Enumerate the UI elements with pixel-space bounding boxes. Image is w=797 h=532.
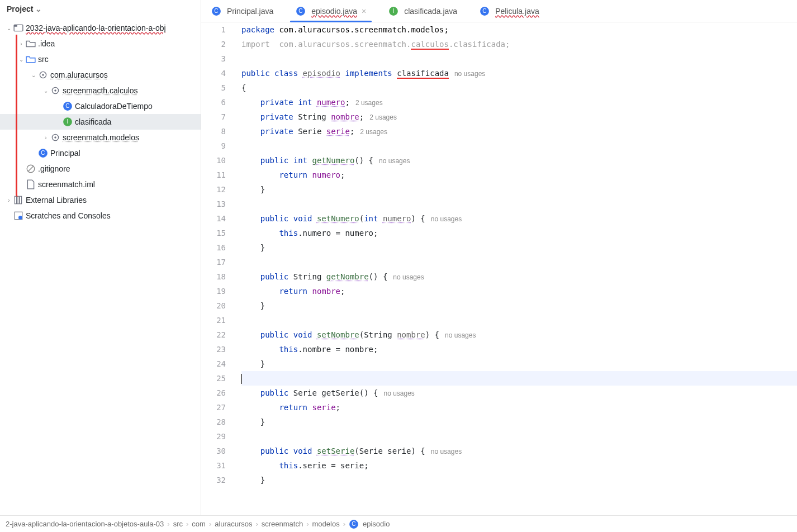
- svg-rect-1: [14, 25, 17, 26]
- svg-text:C: C: [299, 8, 303, 14]
- chevron-down-icon: ⌄: [35, 4, 42, 13]
- line-number: 9: [201, 139, 226, 153]
- chevron-right-icon: ›: [306, 520, 309, 528]
- line-number: 20: [201, 298, 226, 313]
- class-icon: C: [296, 6, 306, 16]
- package-icon: [50, 132, 60, 142]
- svg-point-5: [54, 89, 56, 91]
- breadcrumb-item[interactable]: aluracursos: [215, 520, 252, 528]
- tree-item[interactable]: ›screenmatch.modelos: [0, 130, 201, 145]
- tree-item-label: Principal: [50, 149, 80, 158]
- chevron-right-icon: ›: [209, 520, 211, 528]
- folder-icon: [26, 39, 36, 49]
- chevron-right-icon: ›: [343, 520, 345, 528]
- breadcrumb-item[interactable]: modelos: [312, 520, 340, 528]
- breadcrumb[interactable]: 2-java-aplicando-la-orientacion-a-objeto…: [0, 515, 797, 532]
- tree-item[interactable]: CPrincipal: [0, 145, 201, 161]
- module-icon: [13, 23, 23, 33]
- svg-point-20: [18, 216, 22, 220]
- line-number: 11: [201, 168, 226, 182]
- line-number: 18: [201, 269, 226, 284]
- line-number: 13: [201, 197, 226, 211]
- line-number: 25: [201, 371, 226, 386]
- tree-item-label: External Libraries: [26, 196, 87, 205]
- line-number: 2: [201, 37, 226, 51]
- line-gutter: 1234567891011121314151617181920212223242…: [201, 22, 235, 515]
- tree-item[interactable]: ›External Libraries: [0, 192, 201, 208]
- svg-rect-16: [15, 196, 16, 204]
- tree-item[interactable]: ⌄src: [0, 51, 201, 67]
- project-sidebar: Project ⌄ ⌄2032-java-aplicando-la-orient…: [0, 0, 201, 515]
- svg-rect-17: [17, 196, 19, 204]
- folder-src-icon: [26, 54, 36, 64]
- chevron-down-icon[interactable]: ⌄: [17, 56, 26, 63]
- svg-text:C: C: [482, 8, 486, 14]
- svg-point-11: [54, 136, 56, 138]
- line-number: 22: [201, 327, 226, 342]
- line-number: 7: [201, 110, 226, 124]
- tree-item-label: com.aluracursos: [50, 70, 108, 79]
- chevron-right-icon[interactable]: ›: [41, 135, 50, 141]
- tree-item[interactable]: CCalculadoraDeTiempo: [0, 98, 201, 114]
- close-icon[interactable]: ×: [362, 7, 366, 16]
- svg-text:I: I: [67, 118, 69, 125]
- tree-item[interactable]: screenmatch.iml: [0, 177, 201, 192]
- line-number: 23: [201, 342, 226, 357]
- ignore-icon: [26, 164, 36, 174]
- svg-text:I: I: [393, 8, 395, 14]
- chevron-right-icon[interactable]: ›: [17, 41, 26, 47]
- tree-item[interactable]: .gitignore: [0, 161, 201, 177]
- svg-text:C: C: [214, 8, 218, 14]
- package-icon: [50, 86, 60, 96]
- tree-item[interactable]: ⌄2032-java-aplicando-la-orientacion-a-ob…: [0, 20, 201, 36]
- editor-tab[interactable]: Iclasificada.java: [385, 0, 461, 22]
- tree-item[interactable]: Scratches and Consoles: [0, 208, 201, 224]
- chevron-down-icon[interactable]: ⌄: [41, 88, 50, 94]
- line-number: 1: [201, 22, 226, 37]
- tree-item-label: clasificada: [75, 117, 111, 126]
- breadcrumb-item[interactable]: src: [173, 520, 183, 528]
- editor-area: CPrincipal.javaCepisodio.java×Iclasifica…: [201, 0, 797, 515]
- editor-tabs: CPrincipal.javaCepisodio.java×Iclasifica…: [201, 0, 797, 22]
- code-content[interactable]: package com.aluracursos.screenmatch.mode…: [235, 22, 797, 515]
- file-icon: [26, 179, 36, 189]
- sidebar-header[interactable]: Project ⌄: [0, 0, 201, 18]
- line-number: 8: [201, 124, 226, 139]
- editor-tab[interactable]: Cepisodio.java×: [292, 0, 369, 22]
- chevron-down-icon[interactable]: ⌄: [4, 25, 13, 31]
- breadcrumb-item[interactable]: com: [192, 520, 206, 528]
- line-number: 19: [201, 284, 226, 298]
- line-number: 17: [201, 255, 226, 269]
- line-number: 29: [201, 429, 226, 444]
- breadcrumb-item[interactable]: screenmatch: [262, 520, 303, 528]
- line-number: 12: [201, 182, 226, 197]
- editor-body[interactable]: 1234567891011121314151617181920212223242…: [201, 22, 797, 515]
- line-number: 32: [201, 473, 226, 487]
- tab-label: episodio.java: [311, 7, 357, 16]
- line-number: 21: [201, 313, 226, 327]
- interface-icon: I: [63, 117, 73, 127]
- tab-label: clasificada.java: [404, 7, 457, 16]
- chevron-down-icon[interactable]: ⌄: [29, 72, 38, 78]
- breadcrumb-item[interactable]: 2-java-aplicando-la-orientacion-a-objeto…: [6, 520, 164, 528]
- tab-label: Principal.java: [227, 7, 273, 16]
- line-number: 3: [201, 51, 226, 66]
- tree-item[interactable]: ⌄screenmacth.calculos: [0, 83, 201, 98]
- project-tree: ⌄2032-java-aplicando-la-orientacion-a-ob…: [0, 18, 201, 515]
- breadcrumb-item[interactable]: Cepisodio: [349, 519, 390, 529]
- tree-item-label: .gitignore: [38, 164, 70, 173]
- chevron-right-icon[interactable]: ›: [4, 197, 13, 203]
- tree-item-label: screenmatch.modelos: [63, 133, 139, 142]
- line-number: 31: [201, 458, 226, 473]
- line-number: 6: [201, 95, 226, 110]
- tree-item-label: .idea: [38, 39, 55, 48]
- tree-item[interactable]: Iclasificada: [0, 114, 201, 130]
- tree-item[interactable]: ›.idea: [0, 36, 201, 51]
- scratch-icon: [13, 211, 23, 221]
- tree-item[interactable]: ⌄com.aluracursos: [0, 67, 201, 83]
- line-number: 5: [201, 80, 226, 95]
- svg-text:C: C: [65, 103, 69, 109]
- editor-tab[interactable]: CPelicula.java: [476, 0, 543, 22]
- tree-item-label: 2032-java-aplicando-la-orientacion-a-obj: [26, 23, 166, 32]
- editor-tab[interactable]: CPrincipal.java: [208, 0, 277, 22]
